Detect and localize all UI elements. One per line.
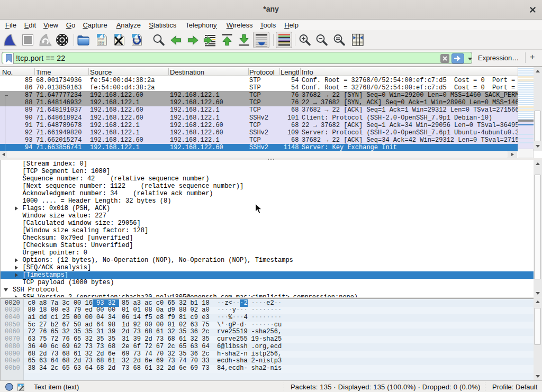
svg-text:0011: 0011 [98,43,105,45]
